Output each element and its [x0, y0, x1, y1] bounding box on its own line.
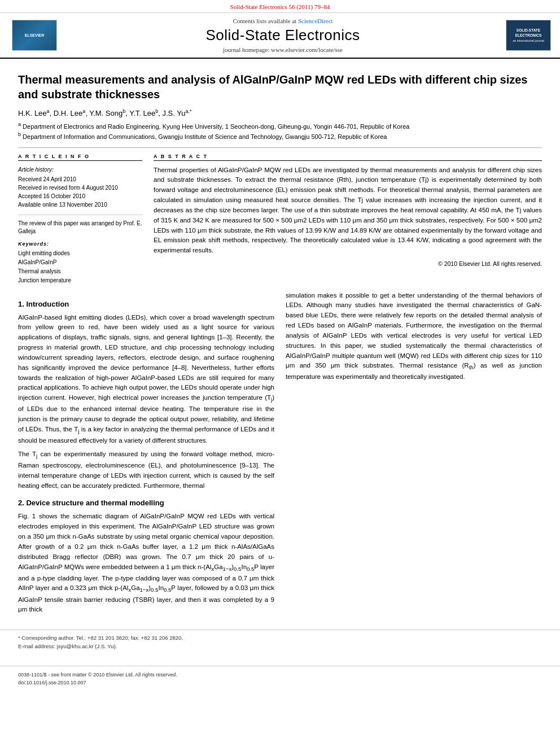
keyword-3: Thermal analysis: [18, 267, 142, 276]
article-info-abstract-section: A R T I C L E I N F O Article history: R…: [18, 154, 542, 285]
history-label: Article history:: [18, 165, 142, 174]
keywords-section: Keywords: Light emitting diodes AlGaInP/…: [18, 241, 142, 285]
affiliation-b: b Department of Information and Communic…: [18, 131, 542, 141]
journal-logo-line2: ELECTRONICS: [515, 33, 542, 38]
article-history: Article history: Received 24 April 2010 …: [18, 165, 142, 209]
journal-reference-bar: Solid-State Electronics 56 (2011) 79–84: [0, 0, 560, 13]
available-date: Available online 13 November 2010: [18, 200, 142, 209]
right-col-intro-text: simulation makes it possible to get a be…: [286, 291, 542, 383]
keyword-1: Light emitting diodes: [18, 249, 142, 258]
intro-paragraph-1: AlGaInP-based light emitting diodes (LED…: [18, 313, 274, 491]
contents-available-line: Contents lists available at ScienceDirec…: [60, 18, 506, 24]
journal-logo-line3: an international journal: [513, 39, 544, 43]
copyright-line: © 2010 Elsevier Ltd. All rights reserved…: [154, 260, 542, 267]
accepted-date: Accepted 16 October 2010: [18, 192, 142, 200]
body-left-col: 1. Introduction AlGaInP-based light emit…: [18, 291, 274, 619]
abstract-text: Thermal properties of AlGaInP/GaInP MQW …: [154, 165, 542, 256]
device-paragraph-1: Fig. 1 shows the schematic diagram of Al…: [18, 512, 274, 615]
journal-title: Solid-State Electronics: [60, 27, 506, 44]
journal-logo: SOLID-STATE ELECTRONICS an international…: [506, 20, 551, 51]
contents-available-text: Contents lists available at: [233, 18, 296, 24]
elsevier-logo-text: ELSEVIER: [25, 33, 45, 38]
journal-logo-box: SOLID-STATE ELECTRONICS an international…: [506, 20, 551, 51]
footer-left: 0038-1101/$ - see front matter © 2010 El…: [18, 671, 177, 687]
body-right-col: simulation makes it possible to get a be…: [286, 291, 542, 619]
keyword-2: AlGaInP/GaInP: [18, 258, 142, 267]
header-divider: [18, 147, 542, 148]
revised-date: Received in revised form 4 August 2010: [18, 184, 142, 192]
body-content: 1. Introduction AlGaInP-based light emit…: [18, 291, 542, 619]
journal-homepage-line: journal homepage: www.elsevier.com/locat…: [60, 46, 506, 53]
review-note: The review of this paper was arranged by…: [18, 215, 142, 235]
doi-line: doi:10.1016/j.sse.2010.10.007: [18, 679, 177, 687]
journal-homepage-text: journal homepage: www.elsevier.com/locat…: [223, 46, 343, 53]
article-info-column: A R T I C L E I N F O Article history: R…: [18, 154, 142, 285]
keywords-header: Keywords:: [18, 241, 142, 247]
authors-line: H.K. Leea, D.H. Leea, Y.M. Songb, Y.T. L…: [18, 108, 542, 117]
abstract-header: A B S T R A C T: [154, 154, 542, 161]
copyright-notice: 0038-1101/$ - see front matter © 2010 El…: [18, 671, 177, 679]
footnote-email: E-mail address: jsyu@khu.ac.kr (J.S. Yu)…: [18, 642, 542, 650]
device-section-title: 2. Device structure and thermal modellin…: [18, 499, 274, 507]
abstract-column: A B S T R A C T Thermal properties of Al…: [154, 154, 542, 285]
footnote-star: * Corresponding author. Tel.: +82 31 201…: [18, 634, 542, 642]
paper-content: Thermal measurements and analysis of AlG…: [0, 59, 560, 627]
keyword-4: Junction temperature: [18, 276, 142, 285]
journal-logo-line1: SOLID-STATE: [517, 28, 540, 33]
affiliations: a Department of Electronics and Radio En…: [18, 121, 542, 141]
received-date: Received 24 April 2010: [18, 175, 142, 184]
affiliation-a: a Department of Electronics and Radio En…: [18, 121, 542, 131]
elsevier-logo: ELSEVIER: [9, 20, 60, 51]
journal-header-center: Contents lists available at ScienceDirec…: [60, 18, 506, 53]
sciencedirect-link[interactable]: ScienceDirect: [298, 18, 333, 24]
footer: 0038-1101/$ - see front matter © 2010 El…: [0, 666, 560, 692]
elsevier-logo-box: ELSEVIER: [12, 20, 57, 51]
paper-title: Thermal measurements and analysis of AlG…: [18, 72, 542, 102]
intro-section-title: 1. Introduction: [18, 300, 274, 308]
footnotes: * Corresponding author. Tel.: +82 31 201…: [0, 630, 560, 654]
article-info-header: A R T I C L E I N F O: [18, 154, 142, 161]
journal-header: ELSEVIER Contents lists available at Sci…: [0, 13, 560, 59]
journal-reference-text: Solid-State Electronics 56 (2011) 79–84: [230, 3, 330, 10]
